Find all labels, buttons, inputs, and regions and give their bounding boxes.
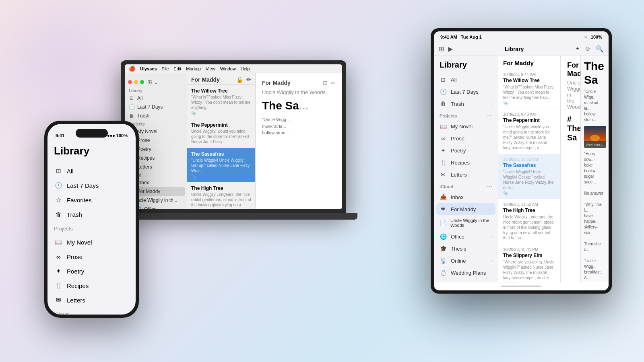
icloud-more-icon[interactable]: ··· — [487, 183, 492, 190]
edit-menu-item[interactable]: Edit — [173, 66, 181, 71]
ipad-sheet-willow[interactable]: 10/06/23, 9:41 AM The Willow Tree "What … — [498, 69, 560, 109]
editor-icon2[interactable]: ✏ — [331, 80, 336, 86]
ipad-letters[interactable]: ✉ Letters — [434, 169, 498, 181]
sidebar-toggle-icon[interactable]: ⊞ — [147, 79, 152, 85]
iphone-trash-item[interactable]: 🗑 Trash — [54, 207, 129, 222]
view-menu-item[interactable]: View — [206, 66, 215, 71]
ipad-slippery-preview: "Where are you going, Uncle Wiggily?" as… — [503, 259, 555, 282]
ipad-sheet-slipperyelm[interactable]: 10/20/23, 10:41 PM The Slippery Elm "Whe… — [498, 244, 560, 282]
app-menu-item[interactable]: Ulysses — [140, 66, 157, 71]
security-icon[interactable]: 🔒 — [236, 76, 243, 83]
mynovel-icon: 📖 — [54, 238, 63, 247]
maximize-button[interactable] — [140, 80, 144, 84]
iphone-recipes-item[interactable]: 🍴 Recipes — [54, 278, 129, 293]
sheet-hightree-preview: Uncle Wiggily Longears, the nice rabbit … — [191, 192, 251, 209]
ipad-editor[interactable]: For Maddy Uncle Wiggily in the Woods # T… — [561, 56, 580, 282]
iphone-last7-item[interactable]: 🕐 Last 7 Days — [54, 178, 129, 193]
window-menu-item[interactable]: Window — [220, 66, 236, 71]
ipad-sheet-hightree[interactable]: 10/06/23, 11:52 AM The High Tree Uncle W… — [498, 199, 560, 244]
sidebar-all[interactable]: ⊡ All — [125, 94, 187, 103]
ipad-thesis-label: Thesis — [451, 246, 466, 252]
ipad-wedding[interactable]: 💍 Wedding Plans — [434, 267, 498, 279]
ipad-poetry[interactable]: ✦ Poetry — [434, 144, 498, 156]
editor-body[interactable]: "Uncle Wigg...muskrat la...hollow stum..… — [262, 116, 336, 136]
play-icon[interactable]: ▶ — [448, 45, 453, 53]
sheet-hightree[interactable]: The High Tree Uncle Wiggily Longears, th… — [187, 182, 255, 209]
help-menu-item[interactable]: Help — [241, 66, 250, 71]
ipad-online-more-icon: › — [491, 258, 492, 263]
ipad-trash-label: Trash — [451, 101, 464, 107]
ipad-online[interactable]: 📡 Online › — [434, 255, 498, 267]
ipad-recipes-label: Recipes — [451, 160, 470, 166]
ipad-willow-attach-icon: 📎 — [503, 101, 555, 105]
edit-icon[interactable]: ✏ — [246, 76, 251, 83]
ipad-formaddy[interactable]: ❤ For Maddy ✓ — [436, 203, 495, 215]
ipad-last7-item[interactable]: 🕐 Last 7 Days — [434, 86, 498, 98]
sheet-hightree-title: The High Tree — [191, 185, 251, 191]
ipad-trash-item[interactable]: 🗑 Trash › — [434, 98, 498, 110]
sheet-sassafras[interactable]: The Sassafras "Uncle Wiggily! Uncle Wigg… — [187, 148, 255, 182]
macbook-device: 🍎 Ulysses File Edit Markup View Window H… — [121, 60, 346, 229]
iphone-notch — [76, 129, 108, 138]
toolbar-right-icons: + ☺ 🔍 — [576, 45, 604, 53]
iphone-favorites-label: Favorites — [67, 197, 92, 204]
sidebar-toggle-icon[interactable]: ⊞ — [439, 45, 444, 53]
ipad-sheetlist-header: For Maddy — [498, 56, 560, 69]
last7-sidebar-icon: 🕐 — [129, 104, 134, 110]
ipad-sheet-sassafras[interactable]: 10/06/23, 10:53 AM The Sassafras "Uncle … — [498, 154, 560, 199]
ipad-all-label: All — [451, 77, 456, 83]
iphone-screen: 9:41 ●●● 100% Library ⊡ All 🕐 Last 7 Day… — [47, 124, 136, 315]
toolbar-title: Library — [505, 46, 524, 52]
ipad-peppermint-date: 10/06/23, 9:40 AM — [503, 112, 555, 117]
ipad-toolbar: ⊞ ▶ Library + ☺ 🔍 — [434, 43, 609, 56]
sidebar-letters-label: Letters — [137, 164, 152, 170]
library-section-label: Library — [125, 87, 187, 94]
iphone-letters-item[interactable]: ✉ Letters — [54, 293, 129, 307]
search-toolbar-icon[interactable]: 🔍 — [596, 45, 604, 53]
ulysses-editor[interactable]: For Maddy ⊡ ✏ Uncle Wiggily in the Woods… — [256, 73, 342, 209]
ipad-inbox[interactable]: 📥 Inbox — [434, 191, 498, 203]
iphone-all-item[interactable]: ⊡ All — [54, 164, 129, 178]
ipad-sheet-peppermint[interactable]: 10/06/23, 9:40 AM The Peppermint "Uncle … — [498, 109, 560, 154]
projects-more-icon[interactable]: ··· — [487, 112, 492, 119]
sidebar-last7[interactable]: 🕐 Last 7 Days — [125, 103, 187, 111]
add-icon[interactable]: + — [576, 45, 579, 53]
ipad-unclewiggily[interactable]: 📄 Uncle Wiggily in the Woods — [434, 215, 498, 230]
iphone-prose-label: Prose — [67, 253, 83, 260]
ipad-recipes[interactable]: 🍴 Recipes — [434, 156, 498, 169]
iphone-favorites-item[interactable]: ☆ Favorites — [54, 193, 129, 207]
ipad-editor-title: For Maddy — [567, 61, 574, 78]
emoji-icon[interactable]: ☺ — [584, 45, 591, 53]
sidebar-inbox-label: Inbox — [137, 180, 149, 185]
ipad-inbox-label: Inbox — [451, 194, 464, 200]
markup-menu-item[interactable]: Markup — [186, 66, 201, 71]
ipad-slippery-title: The Slippery Elm — [503, 253, 555, 258]
ipad-screen: 9:41 AM Tue Aug 1 ··· 100% ⊞ ▶ Library +… — [434, 31, 609, 290]
editor-icon1[interactable]: ⊡ — [323, 80, 328, 86]
ipad-mynovel[interactable]: 📖 My Novel — [434, 120, 498, 132]
sidebar-trash[interactable]: 🗑 Trash — [125, 111, 187, 120]
ipad-home-indicator — [434, 282, 609, 290]
ipad-last7-label: Last 7 Days — [451, 89, 479, 95]
ipad-prose[interactable]: ∞ Prose — [434, 132, 498, 144]
ulysses-layout: ⊞ ⌄ Library ⊡ All 🕐 Last 7 Days — [125, 73, 342, 209]
file-menu-item[interactable]: File — [162, 66, 169, 71]
close-button[interactable] — [128, 80, 132, 84]
iphone-mynovel-item[interactable]: 📖 My Novel — [54, 235, 129, 249]
minimize-button[interactable] — [134, 80, 138, 84]
ipad-office[interactable]: 🌐 Office › — [434, 230, 498, 243]
macbook-body: 🍎 Ulysses File Edit Markup View Window H… — [121, 60, 346, 213]
sheet-sassafras-preview: "Uncle Wiggily! Uncle Wiggily! Get up!" … — [191, 158, 251, 173]
sheet-willowtree[interactable]: The Willow Tree "What is?" asked Miss Fi… — [187, 85, 255, 119]
ipad-thesis[interactable]: 🎓 Thesis — [434, 243, 498, 255]
iphone-prose-item[interactable]: ∞ Prose — [54, 249, 129, 264]
iphone-poetry-item[interactable]: ✦ Poetry — [54, 264, 129, 278]
ipad-office-label: Office — [451, 234, 464, 240]
ipad-all-item[interactable]: ⊡ All — [434, 74, 498, 86]
sidebar-expand-icon[interactable]: ⌄ — [154, 79, 159, 85]
editor-toolbar: For Maddy ⊡ ✏ — [262, 80, 336, 86]
ipad-formaddy-icon: ❤ — [440, 206, 447, 212]
ipad-sassafras-date: 10/06/23, 10:53 AM — [503, 157, 555, 162]
ipad-device: 9:41 AM Tue Aug 1 ··· 100% ⊞ ▶ Library +… — [431, 28, 612, 294]
sheet-peppermint[interactable]: The Peppermint Uncle Wiggily, would you … — [187, 119, 255, 148]
